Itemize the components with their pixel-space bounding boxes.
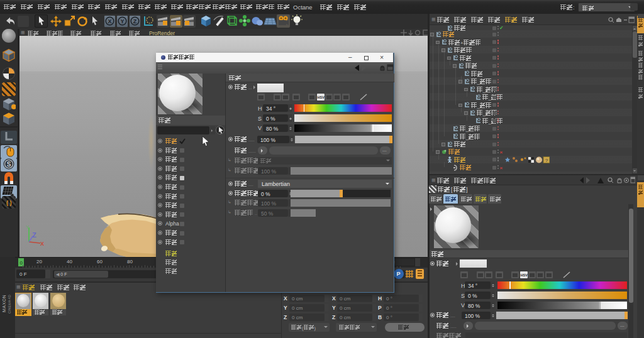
- svg-text:Z: Z: [133, 18, 137, 25]
- svg-text:S: S: [7, 161, 11, 168]
- svg-text:Z: Z: [32, 231, 36, 239]
- svg-text:X: X: [40, 241, 44, 246]
- svg-text:?: ?: [545, 158, 548, 163]
- svg-text:Y: Y: [26, 224, 30, 230]
- svg-text:X: X: [108, 18, 111, 25]
- svg-text:Y: Y: [120, 18, 124, 25]
